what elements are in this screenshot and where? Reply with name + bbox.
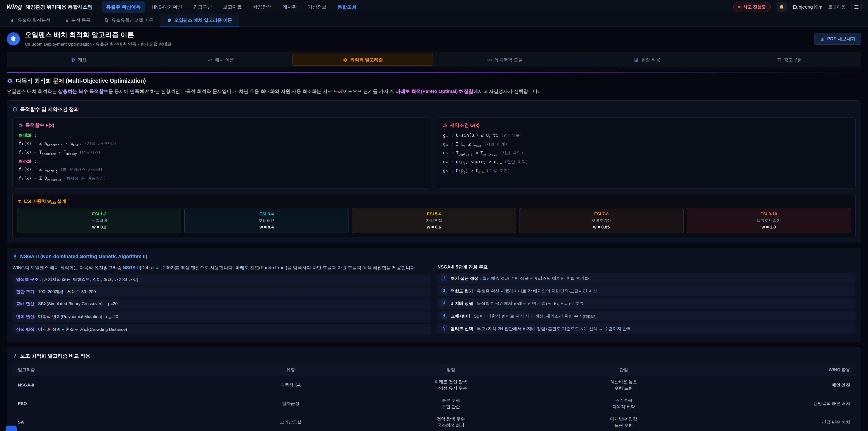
formula-note: (연안 이격) <box>504 159 528 164</box>
hamburger-menu-button[interactable] <box>851 2 862 12</box>
formula: f₂(x) = Tdeadline - Tdeploy <box>19 150 77 155</box>
constraint-panel-title-text: 제약조건 G(x) <box>450 122 480 128</box>
tab-spill-analysis[interactable]: 유출유 확산분석 <box>4 14 57 26</box>
shield-icon <box>167 18 172 23</box>
step-text: 엘리트 선택부모+자식 2N 집단에서 비지배 정렬+혼잡도 기준으로 N개 선… <box>451 325 631 332</box>
notifications-button[interactable] <box>776 2 787 12</box>
app-logo[interactable]: Wing 해양환경 위기대응 통합시스템 <box>6 3 93 10</box>
tab-diffusion-model-theory[interactable]: 유출유확산모델 이론 <box>97 14 160 26</box>
constraint-panel-title: 제약조건 G(x) <box>443 122 849 128</box>
hamburger-icon <box>854 4 859 10</box>
section-tab-field-application[interactable]: 현장 적용 <box>577 54 718 66</box>
clipboard-icon <box>12 107 18 112</box>
formula-note: (기름 차단면적) <box>85 141 116 146</box>
step-text: 적합도 평가유출유 확산 시뮬레이터로 각 배치안의 차단면적·도달시간 계산 <box>451 287 597 294</box>
objective-formula-row: f₄(x) = Σ Dvessel,k(방제정 총 이동거리) <box>19 175 425 182</box>
definition-card-title: 목적함수 및 제약조건 정의 <box>12 106 856 113</box>
esi-range: ESI 1-2 <box>20 212 179 217</box>
nav-item-board[interactable]: 게시판 <box>278 1 301 13</box>
section-tab-label: 배치 이론 <box>215 57 234 63</box>
section-tab-references[interactable]: 참고문헌 <box>719 54 860 66</box>
nav-item-reports[interactable]: 보고자료 <box>218 1 246 13</box>
param-label: 변이 연산 <box>16 314 38 319</box>
param-value: SBX(Simulated Binary Crossover) · ηc=20 <box>38 301 118 306</box>
step-label: 비지배 정렬 <box>451 301 477 306</box>
esi-shore-type: 맹그로브습지 <box>689 218 848 223</box>
nsga-text: WING의 오일펜스 배치 최적화는 다목적 유전알고리즘 <box>12 265 123 270</box>
algorithm-type: 입자군집 <box>215 394 366 413</box>
table-row-sa: SA 모의담금질 전역 탐색 우수 국소최적 회피 매개변수 민감 느린 수렴 … <box>12 413 856 431</box>
intro-text: 를 동시에 만족해야 하는 전형적인 다목적 최적화 문제입니다. 차단 효율 … <box>108 89 396 94</box>
nsga-left-column: WING의 오일펜스 배치 최적화는 다목적 유전알고리즘 NSGA-II(De… <box>12 264 431 336</box>
dna-icon <box>12 254 18 259</box>
page-header-icon <box>7 32 20 45</box>
param-value: 비지배 정렬 + 혼잡도 거리(Crowding Distance) <box>38 327 127 332</box>
esi-weight-value: w = 0.4 <box>187 225 346 229</box>
column-header-wing-usage: WING 활용 <box>712 364 856 376</box>
evolution-loop-title: NSGA-II 5단계 진화 루프 <box>437 264 856 270</box>
step-number: 5 <box>441 325 447 332</box>
section-tab-overview[interactable]: 개요 <box>8 54 149 66</box>
esi-tile-1-2: ESI 1-2 노출암반 w = 0.2 <box>17 208 181 233</box>
section-tab-deployment-theory[interactable]: 배치 이론 <box>151 54 291 66</box>
formula: f₄(x) = Σ Dvessel,k <box>19 176 61 181</box>
algorithm-name: PSO <box>12 394 215 413</box>
algorithm-pros: 파레토 전면 탐색 다양성 유지 우수 <box>367 376 535 394</box>
param-label: 염색체 구조 <box>16 277 42 282</box>
intro-text: 에서 의사결정자가 선택합니다. <box>473 89 539 94</box>
param-row-selection: 선택 방식비지배 정렬 + 혼잡도 거리(Crowding Distance) <box>12 324 431 335</box>
comparison-card-title-text: 보조 최적화 알고리즘 비교 적용 <box>20 352 90 359</box>
nav-item-integrated-search[interactable]: 통합조회 <box>333 1 361 13</box>
objective-formula-row: f₁(x) = Σ Ablocked,i · wESI,i(기름 차단면적) <box>19 140 425 147</box>
section-tab-label: 현장 적용 <box>641 57 660 63</box>
incident-status-badge[interactable]: 사고 진행중 <box>733 2 771 12</box>
sub-tab-bar: 유출유 확산분석 분석 목록 유출유확산모델 이론 오일펜스 배치 알고리즘 이… <box>0 14 868 27</box>
floating-widget-button[interactable] <box>6 426 17 431</box>
section-tab-optimization-algorithm[interactable]: 최적화 알고리즘 <box>292 54 433 66</box>
algorithm-cons: 계산비용 높음 수렴 느림 <box>535 376 712 394</box>
pdf-document-icon <box>820 37 825 41</box>
nav-item-weather[interactable]: 기상정보 <box>303 1 331 13</box>
param-row-population: 집단 크기100~200개체 · 세대수 50~200 <box>12 286 431 297</box>
nav-item-aerial-search[interactable]: 항공탐색 <box>248 1 276 13</box>
evolution-step-4: 4 교배+변이SBX + 다항식 변이로 자식 세대 생성, 제약조건 위반 수… <box>437 311 856 321</box>
esi-range: ESI 9-10 <box>689 212 848 217</box>
pdf-export-button[interactable]: PDF 내보내기 <box>814 33 861 45</box>
constraint-panel: 제약조건 G(x) g₁ : U·sin(θi) ≤ Uc ∀i(임계유속) g… <box>437 117 856 189</box>
section-tab-label: 유체역학 모델 <box>495 57 523 63</box>
formula-note: (총 오일펜스 사용량) <box>60 167 102 172</box>
evolution-step-2: 2 적합도 평가유출유 확산 시뮬레이터로 각 배치안의 차단면적·도달시간 계… <box>437 285 856 296</box>
shield-icon <box>10 36 17 42</box>
algorithm-pros: 빠른 수렴 구현 단순 <box>367 394 535 413</box>
formula: f₃(x) = Σ Lboom,j <box>19 167 57 172</box>
intro-text: 오일펜스 배치 최적화는 <box>7 89 58 94</box>
algorithm-name: NSGA-II <box>12 376 215 394</box>
section-tab-label: 개요 <box>78 57 87 63</box>
objective-formula-row: f₃(x) = Σ Lboom,j(총 오일펜스 사용량) <box>19 166 425 173</box>
tab-analysis-list[interactable]: 분석 목록 <box>57 14 98 26</box>
logout-button[interactable]: 로그아웃 <box>828 4 845 10</box>
esi-tile-7-8: ESI 7-8 갯벌조간대 w = 0.85 <box>519 208 683 233</box>
formula: g₄ : d(pj, shore) ≥ dmin <box>443 159 502 164</box>
section-tab-label: 참고문헌 <box>784 57 802 63</box>
param-row-chromosome: 염색체 구조[배치지점 좌표, 방향각도, 길이, 형태, 배치정 배정] <box>12 274 431 285</box>
definition-card-title-text: 목적함수 및 제약조건 정의 <box>20 106 79 113</box>
step-description: 목적함수 공간에서 파레토 전면 계층(F₁, F₂, F₃...)로 분류 <box>477 301 584 306</box>
system-name: 해양환경 위기대응 통합시스템 <box>25 4 93 10</box>
formula: f₁(x) = Σ Ablocked,i · wESI,i <box>19 141 82 146</box>
nav-item-emergency-rescue[interactable]: 긴급구난 <box>188 1 217 13</box>
bell-icon <box>779 4 784 10</box>
step-text: 초기 집단 생성확산예측 결과 기반 샘플 + 휴리스틱 배치안 혼합 초기화 <box>451 275 589 282</box>
tab-label: 유출유 확산분석 <box>18 17 51 23</box>
tab-boom-algorithm-theory[interactable]: 오일펜스 배치 알고리즘 이론 <box>160 14 239 26</box>
globe-icon <box>70 58 75 62</box>
step-label: 적합도 평가 <box>451 288 477 294</box>
param-label: 선택 방식 <box>16 327 38 332</box>
nav-item-spill-prediction[interactable]: 유출유 확산예측 <box>102 1 145 13</box>
section-tab-hydrodynamics-model[interactable]: 유체역학 모델 <box>435 54 576 66</box>
nsga-right-column: NSGA-II 5단계 진화 루프 1 초기 집단 생성확산예측 결과 기반 샘… <box>437 264 856 336</box>
top-navigation-bar: Wing 해양환경 위기대응 통합시스템 유출유 확산예측 HNS·대기확산 긴… <box>0 0 868 14</box>
algorithm-comparison-table: 알고리즘 유형 장점 단점 WING 활용 NSGA-II 다목적 GA 파레토… <box>12 364 856 431</box>
nav-item-hns-diffusion[interactable]: HNS·대기확산 <box>147 1 187 13</box>
page-title: 오일펜스 배치 최적화 알고리즘 이론 <box>25 30 172 39</box>
